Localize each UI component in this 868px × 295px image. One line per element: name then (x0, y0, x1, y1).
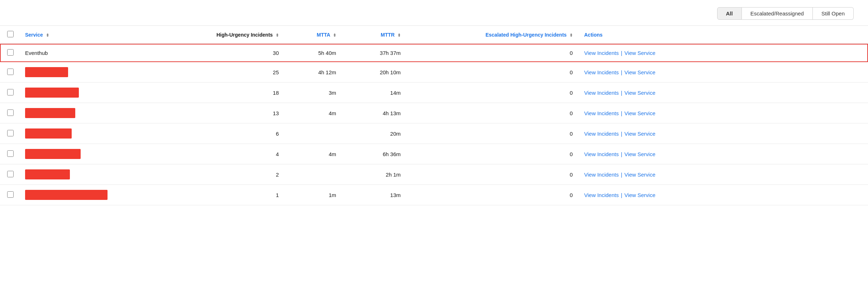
row-6-view-service-link[interactable]: View Service (624, 172, 655, 178)
row-7-actions-cell: View Incidents | View Service (578, 185, 868, 205)
row-2-view-incidents-link[interactable]: View Incidents (584, 90, 619, 96)
row-0-action-links: View Incidents | View Service (584, 50, 862, 56)
row-3-escalated: 0 (406, 103, 578, 123)
row-0-checkbox-cell (0, 44, 19, 62)
row-7-bar-wrapper (25, 190, 164, 200)
row-2-checkbox[interactable] (7, 89, 14, 95)
row-2-checkbox-cell (0, 83, 19, 103)
header-mttr[interactable]: MTTR ⇕ (342, 26, 406, 44)
row-5-action-links: View Incidents | View Service (584, 151, 862, 157)
row-7-escalated: 0 (406, 185, 578, 205)
header-mtta-label: MTTA (317, 32, 330, 38)
row-0-incidents: 30 (170, 44, 285, 62)
row-1-action-links: View Incidents | View Service (584, 69, 862, 75)
row-6-service-cell (19, 164, 170, 185)
header-incidents[interactable]: High-Urgency Incidents ⇕ (170, 26, 285, 44)
row-7-checkbox-cell (0, 185, 19, 205)
row-0-service-cell: Eventhub (19, 44, 170, 62)
row-0-view-incidents-link[interactable]: View Incidents (584, 50, 619, 56)
header-incidents-label: High-Urgency Incidents (216, 32, 273, 38)
row-4-view-incidents-link[interactable]: View Incidents (584, 131, 619, 137)
row-5-service-bar (25, 149, 81, 159)
row-5-action-separator: | (621, 151, 622, 157)
row-4-bar-wrapper (25, 128, 164, 139)
row-4-action-separator: | (621, 131, 622, 137)
row-1-checkbox-cell (0, 62, 19, 83)
row-6-service-bar (25, 169, 70, 179)
row-7-view-incidents-link[interactable]: View Incidents (584, 192, 619, 198)
row-3-actions-cell: View Incidents | View Service (578, 103, 868, 123)
row-2-escalated: 0 (406, 83, 578, 103)
row-6-view-incidents-link[interactable]: View Incidents (584, 172, 619, 178)
escalated-sort-icon: ⇕ (569, 33, 573, 38)
table-row: Eventhub305h 40m37h 37m0View Incidents |… (0, 44, 868, 62)
row-4-checkbox-cell (0, 123, 19, 144)
row-0-view-service-link[interactable]: View Service (624, 50, 655, 56)
row-7-checkbox[interactable] (7, 191, 14, 198)
row-3-action-separator: | (621, 110, 622, 116)
header-actions: Actions (578, 26, 868, 44)
row-1-view-incidents-link[interactable]: View Incidents (584, 69, 619, 75)
row-6-actions-cell: View Incidents | View Service (578, 164, 868, 185)
table-row: 44m6h 36m0View Incidents | View Service (0, 144, 868, 164)
row-2-action-separator: | (621, 90, 622, 96)
header-escalated-label: Escalated High-Urgency Incidents (486, 32, 567, 38)
row-1-view-service-link[interactable]: View Service (624, 69, 655, 75)
row-7-view-service-link[interactable]: View Service (624, 192, 655, 198)
row-2-view-service-link[interactable]: View Service (624, 90, 655, 96)
table-header-row: Service ⇕ High-Urgency Incidents ⇕ MTTA … (0, 26, 868, 44)
row-3-view-service-link[interactable]: View Service (624, 110, 655, 116)
row-3-action-links: View Incidents | View Service (584, 110, 862, 116)
row-6-checkbox[interactable] (7, 171, 14, 177)
row-4-mtta (285, 123, 342, 144)
row-5-view-service-link[interactable]: View Service (624, 151, 655, 157)
row-2-incidents: 18 (170, 83, 285, 103)
row-5-incidents: 4 (170, 144, 285, 164)
row-0-mtta: 5h 40m (285, 44, 342, 62)
row-3-mttr: 4h 13m (342, 103, 406, 123)
table-row: 254h 12m20h 10m0View Incidents | View Se… (0, 62, 868, 83)
header-mtta[interactable]: MTTA ⇕ (285, 26, 342, 44)
table-container: Service ⇕ High-Urgency Incidents ⇕ MTTA … (0, 25, 868, 205)
header-escalated[interactable]: Escalated High-Urgency Incidents ⇕ (406, 26, 578, 44)
row-1-mtta: 4h 12m (285, 62, 342, 83)
row-5-service-cell (19, 144, 170, 164)
header-service[interactable]: Service ⇕ (19, 26, 170, 44)
row-3-view-incidents-link[interactable]: View Incidents (584, 110, 619, 116)
select-all-checkbox[interactable] (7, 31, 14, 37)
row-3-mtta: 4m (285, 103, 342, 123)
tab-escalated[interactable]: Escalated/Reassigned (742, 7, 813, 20)
row-6-mtta (285, 164, 342, 185)
row-3-service-cell (19, 103, 170, 123)
row-0-mttr: 37h 37m (342, 44, 406, 62)
row-4-view-service-link[interactable]: View Service (624, 131, 655, 137)
row-1-service-bar (25, 67, 68, 77)
table-row: 134m4h 13m0View Incidents | View Service (0, 103, 868, 123)
row-0-checkbox[interactable] (7, 49, 14, 56)
row-6-action-links: View Incidents | View Service (584, 172, 862, 178)
row-4-action-links: View Incidents | View Service (584, 131, 862, 137)
row-4-service-bar (25, 128, 72, 139)
header-actions-label: Actions (584, 32, 602, 38)
row-5-view-incidents-link[interactable]: View Incidents (584, 151, 619, 157)
row-0-service-name: Eventhub (25, 50, 48, 56)
service-table: Service ⇕ High-Urgency Incidents ⇕ MTTA … (0, 26, 868, 205)
table-row: 11m13m0View Incidents | View Service (0, 185, 868, 205)
tab-all[interactable]: All (717, 7, 742, 20)
row-5-checkbox[interactable] (7, 150, 14, 157)
row-1-action-separator: | (621, 69, 622, 75)
row-3-checkbox[interactable] (7, 109, 14, 116)
row-1-checkbox[interactable] (7, 69, 14, 75)
service-sort-icon: ⇕ (46, 33, 49, 38)
row-2-actions-cell: View Incidents | View Service (578, 83, 868, 103)
row-1-escalated: 0 (406, 62, 578, 83)
row-4-service-cell (19, 123, 170, 144)
row-6-incidents: 2 (170, 164, 285, 185)
row-7-service-bar (25, 190, 108, 200)
row-4-checkbox[interactable] (7, 130, 14, 136)
tab-still-open[interactable]: Still Open (813, 7, 854, 20)
row-6-action-separator: | (621, 172, 622, 178)
table-row: 183m14m0View Incidents | View Service (0, 83, 868, 103)
filter-tabs: All Escalated/Reassigned Still Open (0, 7, 868, 25)
row-1-incidents: 25 (170, 62, 285, 83)
